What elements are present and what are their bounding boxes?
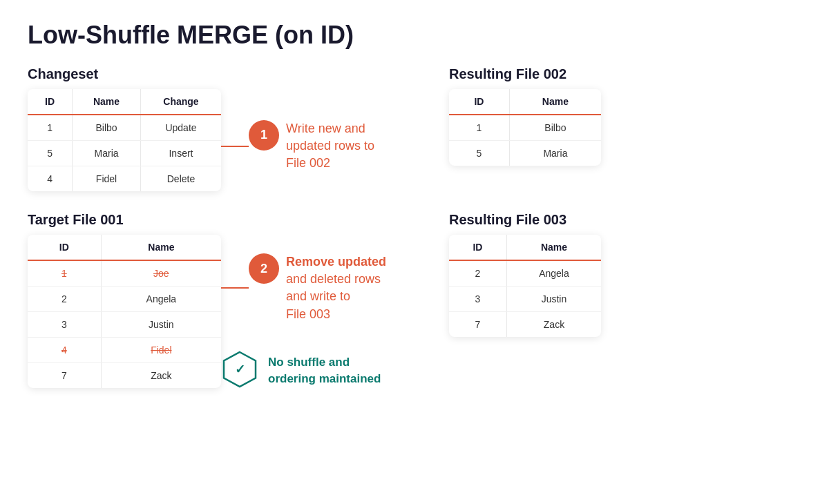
cell-name: Justin bbox=[101, 312, 221, 338]
changeset-section: Changeset ID Name Change 1 Bilbo Update … bbox=[28, 66, 221, 191]
table-row: 2 Angela bbox=[449, 260, 601, 287]
cell-id: 7 bbox=[28, 363, 101, 389]
connector-line-1 bbox=[221, 146, 249, 147]
table-row: 5 Maria bbox=[449, 141, 601, 166]
changeset-col-change: Change bbox=[140, 89, 221, 115]
cell-change: Insert bbox=[140, 141, 221, 166]
connector-line-2 bbox=[221, 287, 249, 289]
no-shuffle-text: No shuffle and ordering maintained bbox=[268, 354, 381, 387]
cell-name: Fidel bbox=[101, 338, 221, 363]
cell-id: 3 bbox=[28, 312, 101, 338]
result-002-table: ID Name 1 Bilbo 5 Maria bbox=[449, 89, 601, 166]
step2-text: Remove updated and deleted rows and writ… bbox=[286, 253, 386, 323]
table-row: 1 Joe bbox=[28, 260, 221, 287]
step1-area: 1 Write new and updated rows to File 002 bbox=[221, 66, 428, 191]
table-row: 4 Fidel bbox=[28, 338, 221, 363]
r003-col-name: Name bbox=[506, 235, 601, 260]
target-col-name: Name bbox=[101, 235, 221, 260]
result-002-label: Resulting File 002 bbox=[449, 66, 801, 82]
r002-col-id: ID bbox=[449, 89, 509, 115]
changeset-label: Changeset bbox=[28, 66, 221, 82]
cell-name: Zack bbox=[506, 312, 601, 338]
changeset-col-id: ID bbox=[28, 89, 73, 115]
result-003-section: Resulting File 003 ID Name 2 Angela 3 Ju… bbox=[428, 191, 801, 391]
cell-name: Maria bbox=[73, 141, 141, 166]
table-row: 7 Zack bbox=[28, 363, 221, 389]
target-file-table: ID Name 1 Joe 2 Angela 3 Justin 4 Fidel … bbox=[28, 235, 221, 388]
target-col-id: ID bbox=[28, 235, 101, 260]
cell-id: 5 bbox=[449, 141, 509, 166]
cell-name: Joe bbox=[101, 260, 221, 287]
step1-text: Write new and updated rows to File 002 bbox=[286, 120, 374, 173]
target-file-section: Target File 001 ID Name 1 Joe 2 Angela 3… bbox=[28, 191, 221, 391]
result-003-card: ID Name 2 Angela 3 Justin 7 Zack bbox=[449, 235, 601, 337]
cell-change: Delete bbox=[140, 166, 221, 192]
step1-badge: 1 bbox=[249, 120, 279, 151]
cell-id: 4 bbox=[28, 338, 101, 363]
cell-name: Bilbo bbox=[509, 115, 601, 141]
table-row: 1 Bilbo Update bbox=[28, 115, 221, 141]
target-file-card: ID Name 1 Joe 2 Angela 3 Justin 4 Fidel … bbox=[28, 235, 221, 388]
cell-name: Bilbo bbox=[73, 115, 141, 141]
step2-area: 2 Remove updated and deleted rows and wr… bbox=[221, 191, 428, 391]
target-file-label: Target File 001 bbox=[28, 212, 221, 228]
cell-id: 1 bbox=[28, 260, 101, 287]
page-title: Low-Shuffle MERGE (on ID) bbox=[28, 21, 801, 50]
cell-id: 3 bbox=[449, 287, 506, 312]
cell-id: 2 bbox=[28, 287, 101, 312]
step2-badge: 2 bbox=[249, 253, 279, 284]
cell-id: 1 bbox=[28, 115, 73, 141]
table-row: 7 Zack bbox=[449, 312, 601, 338]
r003-col-id: ID bbox=[449, 235, 506, 260]
cell-id: 4 bbox=[28, 166, 73, 192]
cell-id: 1 bbox=[449, 115, 509, 141]
cell-id: 7 bbox=[449, 312, 506, 338]
cell-name: Fidel bbox=[73, 166, 141, 192]
cell-change: Update bbox=[140, 115, 221, 141]
result-003-label: Resulting File 003 bbox=[449, 212, 801, 228]
table-row: 3 Justin bbox=[28, 312, 221, 338]
cell-name: Angela bbox=[101, 287, 221, 312]
svg-text:✓: ✓ bbox=[235, 362, 245, 376]
hex-badge: ✓ bbox=[221, 351, 258, 391]
cell-name: Justin bbox=[506, 287, 601, 312]
changeset-table-card: ID Name Change 1 Bilbo Update 5 Maria In… bbox=[28, 89, 221, 191]
table-row: 4 Fidel Delete bbox=[28, 166, 221, 192]
no-shuffle-container: ✓ No shuffle and ordering maintained bbox=[221, 351, 381, 391]
cell-name: Maria bbox=[509, 141, 601, 166]
table-row: 5 Maria Insert bbox=[28, 141, 221, 166]
cell-name: Zack bbox=[101, 363, 221, 389]
changeset-col-name: Name bbox=[73, 89, 141, 115]
r002-col-name: Name bbox=[509, 89, 601, 115]
result-003-table: ID Name 2 Angela 3 Justin 7 Zack bbox=[449, 235, 601, 337]
cell-id: 2 bbox=[449, 260, 506, 287]
cell-id: 5 bbox=[28, 141, 73, 166]
table-row: 1 Bilbo bbox=[449, 115, 601, 141]
cell-name: Angela bbox=[506, 260, 601, 287]
result-002-section: Resulting File 002 ID Name 1 Bilbo 5 Mar… bbox=[428, 66, 801, 191]
table-row: 3 Justin bbox=[449, 287, 601, 312]
table-row: 2 Angela bbox=[28, 287, 221, 312]
changeset-table: ID Name Change 1 Bilbo Update 5 Maria In… bbox=[28, 89, 221, 191]
result-002-card: ID Name 1 Bilbo 5 Maria bbox=[449, 89, 601, 166]
